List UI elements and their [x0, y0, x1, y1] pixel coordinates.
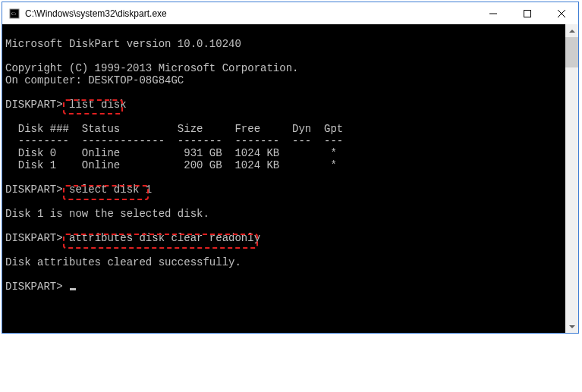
blank-line: [5, 86, 11, 99]
command-list-disk: list disk: [69, 99, 127, 111]
command-attributes-clear: attributes disk clear readonly: [69, 232, 260, 244]
scrollbar-track[interactable]: [565, 37, 578, 320]
command-select-disk: select disk 1: [69, 183, 152, 196]
scroll-up-button[interactable]: [565, 24, 578, 37]
blank-line: [5, 171, 11, 183]
blank-line: [5, 196, 11, 208]
prompt: DISKPART>: [5, 281, 63, 293]
svg-marker-6: [569, 30, 575, 33]
diskpart-window: C: C:\Windows\system32\diskpart.exe Micr…: [2, 2, 579, 334]
vertical-scrollbar[interactable]: [565, 24, 578, 333]
window-title: C:\Windows\system32\diskpart.exe: [25, 8, 476, 19]
prompt: DISKPART>: [5, 232, 63, 244]
copyright-line: Copyright (C) 1999-2013 Microsoft Corpor…: [5, 62, 298, 74]
window-controls: [476, 2, 578, 24]
scrollbar-thumb[interactable]: [565, 37, 578, 67]
console-output[interactable]: Microsoft DiskPart version 10.0.10240 Co…: [2, 24, 565, 333]
table-row: Disk 0 Online 931 GB 1024 KB *: [5, 147, 337, 159]
svg-text:C:: C:: [11, 11, 17, 17]
minimize-button[interactable]: [476, 2, 510, 24]
blank-line: [5, 220, 11, 232]
blank-line: [5, 50, 11, 62]
svg-rect-3: [524, 10, 530, 17]
maximize-button[interactable]: [510, 2, 544, 24]
svg-marker-7: [569, 325, 575, 328]
prompt: DISKPART>: [5, 183, 63, 196]
table-divider: -------- ------------- ------- ------- -…: [5, 135, 343, 147]
selected-msg: Disk 1 is now the selected disk.: [5, 208, 209, 220]
app-icon: C:: [8, 8, 20, 20]
table-row: Disk 1 Online 200 GB 1024 KB *: [5, 159, 337, 171]
computer-line: On computer: DESKTOP-08G84GC: [5, 74, 184, 86]
cleared-msg: Disk attributes cleared successfully.: [5, 256, 241, 268]
blank-line: [5, 268, 11, 281]
scroll-down-button[interactable]: [565, 320, 578, 333]
blank-line: [5, 111, 11, 123]
cursor: [70, 288, 76, 290]
version-line: Microsoft DiskPart version 10.0.10240: [5, 38, 241, 50]
blank-line: [5, 26, 11, 38]
console-area: Microsoft DiskPart version 10.0.10240 Co…: [2, 24, 578, 333]
close-button[interactable]: [544, 2, 578, 24]
table-header: Disk ### Status Size Free Dyn Gpt: [5, 123, 343, 135]
blank-line: [5, 244, 11, 256]
titlebar[interactable]: C: C:\Windows\system32\diskpart.exe: [2, 2, 578, 24]
prompt: DISKPART>: [5, 99, 63, 111]
